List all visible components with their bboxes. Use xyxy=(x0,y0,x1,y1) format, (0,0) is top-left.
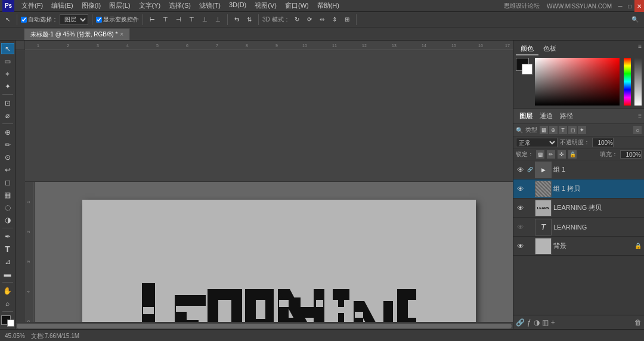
distrib-h-btn[interactable]: ⇆ xyxy=(231,14,242,26)
filter-pixel-btn[interactable]: ▩ xyxy=(540,126,548,134)
layer-vis-learning-text[interactable]: 👁 xyxy=(516,222,525,232)
search-btn[interactable]: 🔍 xyxy=(628,14,642,26)
h-scrollbar[interactable] xyxy=(16,322,513,329)
align-bottom-btn[interactable]: ⊥ xyxy=(212,14,224,26)
magic-wand-tool[interactable]: ✦ xyxy=(1,80,14,92)
color-gradient-picker[interactable] xyxy=(535,58,620,106)
opacity-input[interactable] xyxy=(592,138,614,147)
doc-tab-active[interactable]: 未标题-1 @ 45% (背景, RGB/8) * × xyxy=(24,28,130,40)
layer-vis-learning-copy[interactable]: 👁 xyxy=(516,203,525,213)
heal-brush-tool[interactable]: ⊕ xyxy=(1,126,14,138)
canvas-scroll-area[interactable]: 微 整点创作 xyxy=(35,182,513,323)
menu-file[interactable]: 文件(F) xyxy=(18,1,47,11)
tab-close-btn[interactable]: × xyxy=(120,31,123,38)
filter-shape-btn[interactable]: ◻ xyxy=(568,126,577,134)
channels-tab[interactable]: 通道 xyxy=(536,110,556,122)
layer-link-learning-text[interactable] xyxy=(527,222,533,232)
menu-image[interactable]: 图像(I) xyxy=(78,1,104,11)
background-color[interactable] xyxy=(7,320,14,327)
blend-mode-dropdown[interactable]: 正常 溶解 正片叠底 xyxy=(516,138,558,147)
distrib-v-btn[interactable]: ⇅ xyxy=(244,14,255,26)
eraser-tool[interactable]: ◻ xyxy=(1,176,14,188)
hue-slider[interactable] xyxy=(624,58,631,106)
lock-transparent-btn[interactable]: ▩ xyxy=(536,150,544,159)
auto-select-dropdown[interactable]: 图层 组 xyxy=(60,14,88,25)
delete-layer-btn[interactable]: 🗑 xyxy=(634,318,642,327)
lasso-tool[interactable]: ⌖ xyxy=(1,68,14,79)
blur-tool[interactable]: ◌ xyxy=(1,202,14,213)
minimize-button[interactable]: ─ xyxy=(615,0,625,12)
3d-scale-btn[interactable]: ⊞ xyxy=(342,14,352,26)
menu-view[interactable]: 视图(V) xyxy=(251,1,280,11)
layer-background[interactable]: 👁 背景 🔒 xyxy=(513,237,644,256)
zoom-tool[interactable]: ⌕ xyxy=(1,297,14,309)
shape-tool[interactable]: ▬ xyxy=(1,268,14,280)
menu-help[interactable]: 帮助(H) xyxy=(314,1,343,11)
menu-edit[interactable]: 编辑(E) xyxy=(48,1,77,11)
photoshop-document[interactable]: 微 整点创作 xyxy=(82,200,476,323)
menu-3d[interactable]: 3D(D) xyxy=(225,1,250,11)
menu-select[interactable]: 选择(S) xyxy=(165,1,194,11)
history-brush-tool[interactable]: ↩ xyxy=(1,164,14,175)
fg-bg-color-swatch[interactable] xyxy=(1,315,14,327)
fg-bg-colors[interactable] xyxy=(516,58,532,75)
saturation-field[interactable] xyxy=(535,58,620,106)
menu-window[interactable]: 窗口(W) xyxy=(281,1,312,11)
fill-input[interactable] xyxy=(620,150,642,159)
hand-tool[interactable]: ✋ xyxy=(1,285,14,296)
filter-toggle-btn[interactable]: ○ xyxy=(633,126,642,134)
move-tool[interactable]: ↖ xyxy=(1,43,14,54)
layer-link-group1[interactable]: 🔗 xyxy=(527,165,533,175)
new-layer-btn[interactable]: + xyxy=(551,318,555,327)
lock-all-btn[interactable]: 🔒 xyxy=(568,150,577,159)
layer-learning-text[interactable]: 👁 T LEARNING xyxy=(513,218,644,237)
layer-link-group1-copy[interactable] xyxy=(527,184,533,194)
link-layers-btn[interactable]: 🔗 xyxy=(516,318,525,327)
rect-marquee-tool[interactable]: ▭ xyxy=(1,55,14,67)
layer-vis-group1[interactable]: 👁 xyxy=(516,165,525,175)
maximize-button[interactable]: □ xyxy=(625,0,634,12)
text-tool[interactable]: T xyxy=(1,243,14,255)
paths-tab[interactable]: 路径 xyxy=(556,110,577,122)
auto-select-checkbox[interactable] xyxy=(21,17,27,23)
filter-type-btn[interactable]: T xyxy=(559,126,567,134)
gradient-tool[interactable]: ▦ xyxy=(1,189,14,200)
color-panel-options[interactable]: ≡ xyxy=(638,43,642,55)
path-select-tool[interactable]: ⊿ xyxy=(1,256,14,267)
dodge-tool[interactable]: ◑ xyxy=(1,214,14,225)
add-mask-btn[interactable]: ◑ xyxy=(534,318,540,327)
brush-tool[interactable]: ✏ xyxy=(1,139,14,150)
menu-filter[interactable]: 滤镜(T) xyxy=(196,1,224,11)
layer-link-background[interactable] xyxy=(527,241,533,251)
layer-group1[interactable]: 👁 🔗 ▶ 组 1 xyxy=(513,160,644,179)
align-top-btn[interactable]: ⊤ xyxy=(186,14,197,26)
lock-position-btn[interactable]: ✜ xyxy=(558,150,566,159)
align-vcenter-btn[interactable]: ⊥ xyxy=(199,14,210,26)
background-color-swatch[interactable] xyxy=(522,64,532,75)
color-tab[interactable]: 颜色 xyxy=(516,43,538,55)
layer-learning-copy[interactable]: 👁 LEARN LEARNING 拷贝 xyxy=(513,199,644,218)
layer-vis-background[interactable]: 👁 xyxy=(516,241,525,251)
menu-layer[interactable]: 图层(L) xyxy=(106,1,134,11)
close-button[interactable]: ✕ xyxy=(634,0,644,12)
align-right-btn[interactable]: ⊣ xyxy=(173,14,184,26)
align-left-btn[interactable]: ⊢ xyxy=(147,14,158,26)
new-group-btn[interactable]: ▥ xyxy=(542,318,549,327)
layer-vis-group1-copy[interactable]: 👁 xyxy=(516,184,525,194)
3d-pan-btn[interactable]: ⇔ xyxy=(317,14,327,26)
3d-rotate-btn[interactable]: ↻ xyxy=(292,14,302,26)
crop-tool[interactable]: ⊡ xyxy=(1,97,14,108)
layers-tab[interactable]: 图层 xyxy=(516,110,536,122)
pen-tool[interactable]: ✒ xyxy=(1,231,14,242)
filter-adjust-btn[interactable]: ⊕ xyxy=(549,126,558,134)
menu-text[interactable]: 文字(Y) xyxy=(135,1,165,11)
opacity-slider[interactable] xyxy=(634,58,642,106)
3d-slide-btn[interactable]: ⇕ xyxy=(329,14,340,26)
layers-panel-options[interactable]: ≡ xyxy=(638,113,642,119)
layer-link-learning-copy[interactable] xyxy=(527,203,533,213)
swatches-tab[interactable]: 色板 xyxy=(538,43,561,55)
h-scrollbar-thumb[interactable] xyxy=(17,324,512,328)
align-center-btn[interactable]: ⊤ xyxy=(160,14,171,26)
layer-group1-copy[interactable]: 👁 组 1 拷贝 xyxy=(513,179,644,199)
clone-stamp-tool[interactable]: ⊙ xyxy=(1,151,14,163)
